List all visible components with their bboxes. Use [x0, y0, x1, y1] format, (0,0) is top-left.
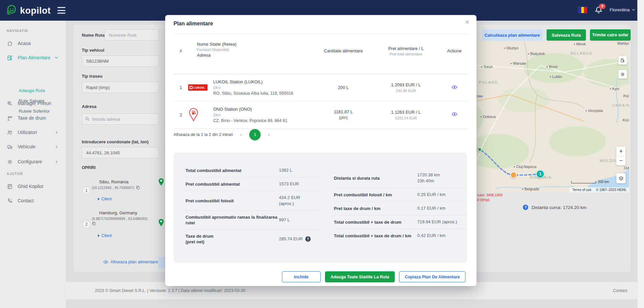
summary-label: Taxe de drum (pret net): [186, 233, 279, 245]
hamburger-menu-icon[interactable]: [57, 7, 65, 14]
sidebar-item-acasa[interactable]: Acasa: [0, 38, 66, 49]
summary-value: 997 L: [279, 217, 290, 223]
copiaza-plan-button[interactable]: Copiaza Plan De Alimentare: [399, 271, 465, 282]
sidebar-item-manager-preturi[interactable]: Manager Preturi: [0, 98, 66, 109]
romania-flag-icon[interactable]: [578, 7, 587, 13]
pagination-prev-button[interactable]: ‹: [239, 132, 243, 138]
sidebar-label: Vehicule: [18, 144, 35, 149]
col-price-line1: Pret alimentare / L: [370, 46, 442, 51]
client-link-label: Client: [101, 197, 112, 201]
sidebar-item-vehicule[interactable]: Vehicule: [0, 141, 66, 152]
help-icon[interactable]: ?: [305, 236, 311, 242]
coordonate-input[interactable]: [82, 147, 159, 158]
sidebar-item-ghid-kopilot[interactable]: Ghid Kopilot: [0, 181, 66, 192]
sidebar-item-contact[interactable]: Contact: [0, 195, 66, 206]
user-menu[interactable]: Florentina: [610, 7, 635, 12]
col-price-line2: Pret total alimentare: [370, 52, 442, 56]
row-brand: [188, 108, 213, 122]
divider: [174, 34, 468, 34]
phone-icon: [7, 198, 13, 204]
inchide-button[interactable]: Inchide: [282, 271, 321, 282]
col-station-line3: Adresa: [197, 53, 317, 58]
map-layers-button[interactable]: [616, 173, 626, 183]
sidebar: NAVIGATIE Acasa Plan Alimentare Adauga R…: [0, 21, 66, 308]
summary-row: Pret taxe de drum / km 0.17 EUR / km: [334, 202, 467, 215]
pagination-page-1[interactable]: 1: [249, 129, 261, 140]
summary-row: Total combustibil + taxe de drum 719.94 …: [334, 215, 467, 229]
col-station-line1: Nume Statie (Retea): [197, 42, 317, 47]
map-label-city: Ostrava: [480, 115, 496, 119]
map-pin-icon: [157, 218, 165, 227]
adresa-search-input[interactable]: [82, 113, 159, 125]
gear-icon: [620, 72, 625, 77]
station-name: ONO Station (ONO): [213, 107, 317, 112]
tip-vehicul-label: Tip vehicul: [82, 48, 104, 53]
stop-client-link[interactable]: Client: [98, 233, 112, 238]
chevron-right-icon: [55, 131, 58, 134]
stop-client-link[interactable]: Client: [98, 197, 112, 201]
sidebar-item-configurare[interactable]: Configurare: [0, 156, 66, 167]
sidebar-item-utilizatori[interactable]: Utilizatori: [0, 127, 66, 138]
user-name: Florentina: [610, 7, 630, 12]
row-num: 1: [174, 85, 188, 90]
quantity-note: (plin): [317, 115, 370, 120]
opriri-label: OPRIRI: [82, 165, 95, 170]
route-warning-line1: rutei: SRB,UKR: [477, 193, 503, 197]
tip-vehicul-input[interactable]: [82, 55, 159, 67]
triangle-icon: [98, 198, 100, 200]
summary-panel: Total combustibil alimentat 1382 L Pret …: [174, 152, 467, 263]
route-marker-orange[interactable]: [510, 172, 517, 178]
afiseaza-plan-link[interactable]: Afiseaza plan alimentare: [103, 259, 158, 264]
station-table-row: 1 LUKOIL LUKOIL Station (LUKOIL) DKV RO,…: [174, 74, 468, 101]
summary-label: Total combustibil alimentat: [186, 168, 279, 173]
map-label-city: Odes: [624, 166, 629, 170]
route-marker-green[interactable]: [477, 147, 482, 152]
zoom-out-button[interactable]: −: [619, 156, 623, 165]
eye-icon[interactable]: [451, 85, 457, 89]
tip-traseu-select[interactable]: [82, 82, 159, 93]
map-label-city: Torun: [481, 65, 493, 69]
stop-coords-text: (24.1212945 , 45.7935607): [92, 186, 134, 190]
copy-icon[interactable]: [92, 221, 96, 227]
summary-value: 1573 EUR: [279, 181, 299, 187]
sidebar-item-taxe-de-drum[interactable]: Taxe de drum: [0, 112, 66, 124]
summary-label-line2: (pret net): [186, 239, 279, 245]
nume-ruta-input[interactable]: [104, 29, 159, 41]
zoom-in-button[interactable]: +: [619, 147, 623, 156]
salveaza-ruta-button[interactable]: Salveaza Ruta: [547, 29, 586, 41]
map-stations-button[interactable]: [618, 56, 627, 65]
scrollbar-strip[interactable]: [637, 0, 644, 308]
stop-number: 1: [82, 187, 90, 195]
map-settings-button[interactable]: [618, 70, 627, 79]
sidebar-item-plan-alimentare[interactable]: Plan Alimentare: [0, 52, 66, 63]
close-icon[interactable]: ×: [465, 18, 469, 26]
map-label-city: Mahilyow: [617, 41, 629, 45]
row-action: [442, 85, 467, 91]
summary-value: 0.17 EUR / km: [417, 205, 446, 211]
sidebar-label: Acasa: [18, 41, 31, 46]
pagination-next-button[interactable]: ›: [267, 132, 271, 138]
summary-row: Distanta si durata ruta 1720.38 km 23h 4…: [334, 168, 467, 188]
chevron-down-icon: [54, 56, 58, 60]
col-station-line2: Furnizori Disponibili: [197, 48, 317, 52]
chevron-right-icon: [55, 160, 58, 164]
sidebar-label: Contact: [18, 198, 34, 203]
footer-copyright: 2023 © Smart Diesel S.R.L. | Versiune: 2…: [95, 288, 245, 293]
eye-icon[interactable]: [451, 112, 457, 116]
layers-icon: [618, 176, 624, 181]
summary-row: Pret combustibil alimentat 1573 EUR: [186, 177, 319, 191]
route-marker-1[interactable]: 1: [536, 170, 545, 178]
help-icon[interactable]: ?: [523, 205, 528, 210]
trimite-sofer-button[interactable]: Trimite catre sofer: [590, 29, 631, 41]
route-warning-line2: d (timp): [477, 197, 490, 202]
sidebar-subitem-adauga-ruta[interactable]: Adauga Ruta: [19, 88, 45, 93]
gear-icon: [7, 159, 13, 165]
copy-icon[interactable]: [136, 185, 140, 191]
app-logo[interactable]: kopilot: [5, 4, 51, 17]
map-scale-bar: [571, 181, 596, 183]
calculeaza-plan-button[interactable]: Calculeaza plan alimentare: [482, 29, 542, 41]
row-action: [442, 112, 467, 118]
terms-of-use-link[interactable]: Terms of use: [572, 188, 591, 192]
footer-contact-link[interactable]: Contact: [613, 288, 627, 293]
adauga-statii-button[interactable]: Adauga Toate Statiile La Ruta: [325, 271, 395, 282]
